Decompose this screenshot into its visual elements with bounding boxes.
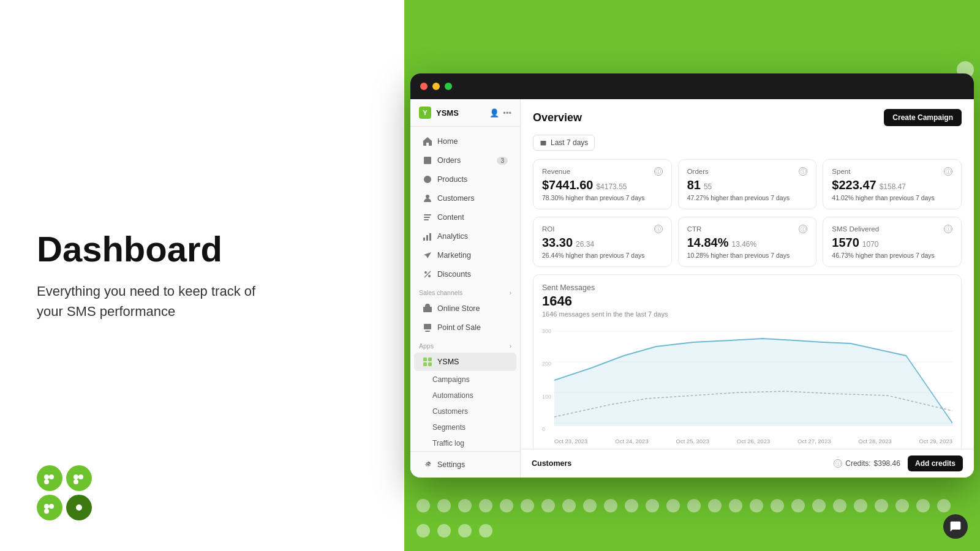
orders-badge: 3 — [497, 157, 508, 165]
chart-svg — [554, 325, 952, 435]
sidebar-item-discounts[interactable]: Discounts — [414, 265, 516, 283]
sales-channels-section[interactable]: Sales channels › — [410, 284, 520, 299]
stat-card-orders: Orders ⓘ 81 55 47.27% higher than previo… — [678, 159, 817, 209]
overview-header: Overview Create Campaign — [533, 109, 962, 126]
left-panel: Dashboard Everything you need to keep tr… — [0, 0, 404, 551]
create-campaign-button[interactable]: Create Campaign — [884, 109, 962, 126]
deco-dot-sm — [666, 499, 680, 512]
logo-group — [37, 465, 92, 520]
stats-grid-row2: ROI ⓘ 33.30 26.34 26.44% higher than pre… — [533, 217, 962, 267]
app-logo: Y — [419, 107, 431, 119]
deco-dot-sm — [854, 499, 867, 512]
info-icon-sms-delivered[interactable]: ⓘ — [944, 225, 952, 233]
overview-area: Overview Create Campaign Last 7 days Rev… — [521, 99, 974, 449]
page-title: Dashboard — [37, 230, 368, 269]
bottom-bar: Customers ⓘ Credits: $398.46 Add credits — [521, 449, 974, 478]
stat-label: CTR — [687, 225, 702, 233]
credits-label: Credits: — [845, 459, 870, 468]
svg-point-8 — [44, 509, 49, 514]
chevron-right-icon: › — [510, 343, 511, 350]
submenu-item-segments[interactable]: Segments — [410, 419, 520, 435]
deco-dot-sm — [916, 499, 930, 512]
sidebar-item-analytics[interactable]: Analytics — [414, 227, 516, 246]
apps-section[interactable]: Apps › — [410, 337, 520, 352]
settings-label: Settings — [437, 460, 465, 469]
chevron-right-icon: › — [510, 290, 511, 296]
main-content: Overview Create Campaign Last 7 days Rev… — [521, 99, 974, 478]
deco-dot-sm — [562, 499, 576, 512]
info-icon-orders[interactable]: ⓘ — [799, 167, 807, 176]
submenu-item-campaigns[interactable]: Campaigns — [410, 372, 520, 388]
traffic-light-green[interactable] — [445, 83, 452, 90]
sidebar-item-orders[interactable]: Orders 3 — [414, 151, 516, 170]
app-name-label: YSMS — [436, 108, 459, 118]
settings-item[interactable]: Settings — [419, 457, 511, 473]
submenu-item-automations[interactable]: Automations — [410, 388, 520, 403]
sidebar-item-content[interactable]: Content — [414, 208, 516, 227]
svg-rect-27 — [423, 362, 427, 366]
stat-label: Revenue — [542, 168, 570, 175]
stat-change: 26.44% higher than previous 7 days — [542, 252, 663, 259]
sidebar-item-point-of-sale[interactable]: Point of Sale — [414, 318, 516, 337]
info-icon-ctr[interactable]: ⓘ — [799, 225, 807, 233]
sidebar-item-home[interactable]: Home — [414, 132, 516, 151]
deco-dot-sm — [937, 499, 951, 512]
date-filter[interactable]: Last 7 days — [533, 135, 595, 151]
app-window: Y YSMS 👤 ••• Home Orders — [410, 73, 974, 478]
sidebar-item-label: Marketing — [437, 251, 471, 260]
deco-dot-sm — [500, 499, 513, 512]
deco-dot-sm — [708, 499, 722, 512]
deco-dot-sm — [729, 499, 742, 512]
deco-dot-sm — [458, 524, 472, 538]
deco-dot-sm — [541, 499, 555, 512]
right-panel: Y YSMS 👤 ••• Home Orders — [404, 0, 980, 551]
sidebar-item-online-store[interactable]: Online Store — [414, 299, 516, 318]
svg-rect-26 — [428, 358, 432, 361]
title-bar — [410, 73, 974, 99]
sidebar-navigation: Home Orders 3 Products Customers — [410, 127, 520, 451]
svg-rect-25 — [423, 358, 427, 361]
info-icon-revenue[interactable]: ⓘ — [654, 167, 663, 176]
svg-rect-24 — [425, 331, 430, 332]
logo-dot-2 — [66, 465, 92, 491]
submenu-item-traffic-log[interactable]: Traffic log — [410, 435, 520, 451]
svg-point-12 — [426, 195, 429, 198]
deco-dot-sm — [437, 499, 451, 512]
stat-card-ctr: CTR ⓘ 14.84% 13.46% 10.28% higher than p… — [678, 217, 817, 267]
stat-card-spent: Spent ⓘ $223.47 $158.47 41.02% higher th… — [823, 159, 962, 209]
svg-point-1 — [49, 474, 54, 479]
app-body: Y YSMS 👤 ••• Home Orders — [410, 99, 974, 478]
svg-point-11 — [424, 176, 431, 183]
deco-dot-sm — [687, 499, 701, 512]
stat-main-value: $223.47 — [832, 178, 876, 192]
svg-point-6 — [44, 504, 49, 509]
traffic-light-yellow[interactable] — [432, 83, 440, 90]
stat-label: SMS Delivered — [832, 225, 879, 233]
submenu-item-customers[interactable]: Customers — [410, 403, 520, 419]
info-icon-credits[interactable]: ⓘ — [834, 459, 842, 468]
apps-label: Apps — [419, 342, 434, 350]
traffic-light-red[interactable] — [420, 83, 428, 90]
deco-dot-sm — [479, 524, 492, 538]
sidebar-item-label: Products — [437, 175, 467, 184]
info-icon-roi[interactable]: ⓘ — [654, 225, 663, 233]
ysms-submenu: Campaigns Automations Customers Segments… — [410, 372, 520, 451]
sidebar-item-label: Home — [437, 137, 458, 146]
svg-point-7 — [49, 504, 54, 509]
info-icon-spent[interactable]: ⓘ — [944, 167, 952, 176]
chat-bubble[interactable] — [943, 514, 968, 539]
svg-rect-28 — [428, 362, 432, 366]
add-credits-button[interactable]: Add credits — [908, 455, 963, 471]
svg-point-3 — [74, 474, 78, 479]
sidebar-item-ysms[interactable]: YSMS — [414, 353, 516, 371]
sidebar-item-customers[interactable]: Customers — [414, 189, 516, 208]
svg-rect-10 — [424, 157, 431, 164]
svg-point-0 — [44, 474, 49, 479]
sidebar: Y YSMS 👤 ••• Home Orders — [410, 99, 521, 478]
user-icon[interactable]: 👤 — [489, 108, 499, 118]
deco-dot-sm — [791, 499, 805, 512]
sidebar-item-products[interactable]: Products — [414, 170, 516, 189]
sidebar-item-marketing[interactable]: Marketing — [414, 246, 516, 264]
more-icon[interactable]: ••• — [503, 108, 511, 118]
svg-rect-22 — [423, 307, 432, 312]
